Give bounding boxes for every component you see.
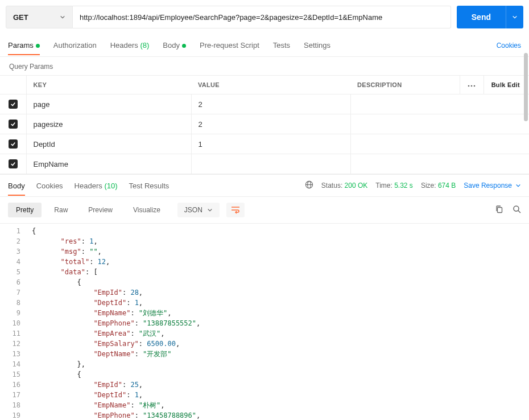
save-response-link[interactable]: Save Response: [464, 182, 521, 190]
url-bar: GET http://localhost:1894/api/Employee/S…: [0, 0, 529, 34]
tab-settings[interactable]: Settings: [304, 36, 330, 55]
scrollbar-thumb[interactable]: [524, 53, 528, 121]
body-indicator-icon: [182, 44, 186, 48]
value-header: VALUE: [191, 76, 350, 94]
tab-params[interactable]: Params: [8, 36, 40, 55]
tab-tests[interactable]: Tests: [273, 36, 290, 55]
param-checkbox[interactable]: [9, 100, 18, 109]
response-body-editor[interactable]: 1234567891011121314151617181920 { "res":…: [0, 224, 529, 420]
copy-button[interactable]: [495, 205, 503, 215]
cookies-link[interactable]: Cookies: [497, 42, 521, 50]
tab-authorization[interactable]: Authorization: [53, 36, 97, 55]
param-key[interactable]: pagesize: [26, 114, 191, 134]
param-value[interactable]: 2: [191, 114, 350, 134]
bulk-edit-link[interactable]: Bulk Edit: [483, 76, 529, 94]
response-tabs: Body Cookies Headers (10) Test Results S…: [0, 174, 529, 197]
tab-body[interactable]: Body: [163, 36, 186, 55]
send-label: Send: [457, 6, 506, 28]
wrap-lines-button[interactable]: [226, 203, 245, 217]
svg-point-2: [474, 85, 476, 87]
params-indicator-icon: [36, 44, 40, 48]
method-value: GET: [13, 13, 28, 22]
param-checkbox[interactable]: [9, 120, 18, 129]
resp-tab-body[interactable]: Body: [8, 176, 25, 195]
param-row: EmpName: [0, 154, 529, 174]
method-select[interactable]: GET: [6, 6, 73, 28]
param-description[interactable]: [350, 114, 529, 134]
svg-point-0: [468, 85, 470, 87]
resp-tab-cookies[interactable]: Cookies: [36, 176, 63, 195]
checkbox-header: [0, 76, 26, 94]
key-header: KEY: [26, 76, 191, 94]
globe-icon[interactable]: [305, 180, 313, 191]
view-bar: Pretty Raw Preview Visualize JSON: [0, 197, 529, 224]
param-key[interactable]: page: [26, 94, 191, 114]
dots-icon: [468, 85, 476, 87]
send-dropdown[interactable]: [506, 6, 523, 28]
param-value[interactable]: [191, 154, 350, 174]
tab-prerequest[interactable]: Pre-request Script: [200, 36, 259, 55]
wrap-icon: [231, 206, 240, 214]
param-description[interactable]: [350, 134, 529, 154]
svg-rect-7: [498, 208, 502, 213]
param-description[interactable]: [350, 94, 529, 114]
param-key[interactable]: DeptId: [26, 134, 191, 154]
param-value[interactable]: 1: [191, 134, 350, 154]
more-options[interactable]: [460, 76, 483, 94]
send-button[interactable]: Send: [457, 6, 523, 28]
query-params-label: Query Params: [0, 57, 529, 75]
param-key[interactable]: EmpName: [26, 154, 191, 174]
request-tabs: Params Authorization Headers (8) Body Pr…: [0, 34, 529, 57]
description-header: DESCRIPTION: [350, 76, 460, 94]
chevron-down-icon: [515, 183, 521, 188]
code-content: { "res": 1, "msg": "", "total": 12, "dat…: [32, 224, 529, 420]
search-icon: [513, 205, 521, 213]
view-visualize[interactable]: Visualize: [125, 203, 168, 217]
tab-headers[interactable]: Headers (8): [110, 36, 150, 55]
chevron-down-icon: [60, 14, 65, 20]
param-checkbox[interactable]: [9, 139, 18, 149]
param-description[interactable]: [350, 154, 529, 174]
param-row: page2: [0, 94, 529, 114]
chevron-down-icon: [512, 14, 518, 20]
line-gutter: 1234567891011121314151617181920: [0, 224, 32, 420]
format-select[interactable]: JSON: [177, 203, 220, 217]
size-text: Size: 674 B: [421, 182, 456, 190]
chevron-down-icon: [207, 207, 213, 213]
svg-line-9: [518, 211, 520, 213]
resp-tab-tests[interactable]: Test Results: [129, 176, 170, 195]
param-row: DeptId1: [0, 134, 529, 154]
status-text: Status: 200 OK: [321, 182, 367, 190]
url-input[interactable]: http://localhost:1894/api/Employee/Searc…: [73, 6, 451, 28]
svg-point-1: [471, 85, 473, 87]
search-button[interactable]: [513, 205, 521, 215]
time-text: Time: 5.32 s: [375, 182, 413, 190]
copy-icon: [495, 205, 503, 213]
view-preview[interactable]: Preview: [80, 203, 121, 217]
resp-tab-headers[interactable]: Headers (10): [75, 176, 118, 195]
param-checkbox[interactable]: [9, 159, 18, 168]
param-value[interactable]: 2: [191, 94, 350, 114]
url-value: http://localhost:1894/api/Employee/Searc…: [80, 13, 382, 22]
svg-point-8: [514, 206, 519, 211]
view-pretty[interactable]: Pretty: [8, 203, 42, 217]
param-row: pagesize2: [0, 114, 529, 134]
params-table: KEY VALUE DESCRIPTION Bulk Edit page2pag…: [0, 75, 529, 174]
view-raw[interactable]: Raw: [46, 203, 76, 217]
